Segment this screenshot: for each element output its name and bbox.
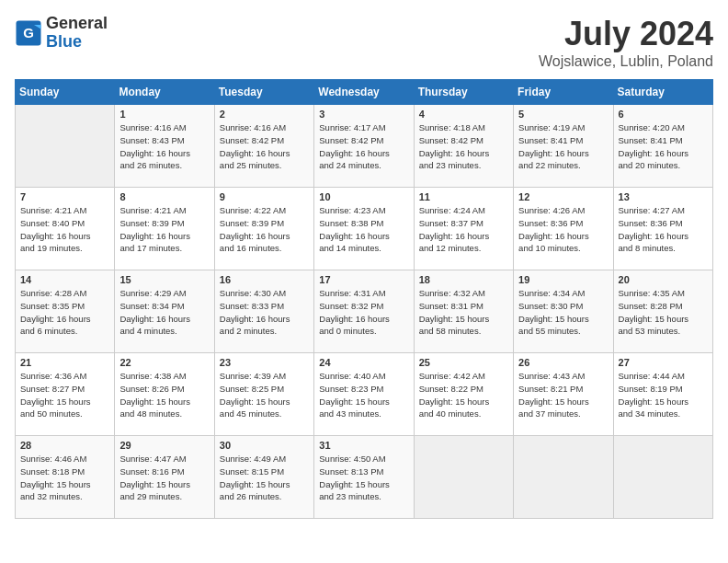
calendar-cell: 19Sunrise: 4:34 AMSunset: 8:30 PMDayligh… [514, 270, 613, 353]
calendar-cell: 28Sunrise: 4:46 AMSunset: 8:18 PMDayligh… [16, 436, 115, 519]
day-info: Sunrise: 4:31 AMSunset: 8:32 PMDaylight:… [319, 287, 408, 338]
day-info: Sunrise: 4:17 AMSunset: 8:42 PMDaylight:… [319, 121, 408, 172]
weekday-header: Monday [115, 80, 214, 105]
day-number: 28 [20, 440, 109, 451]
day-number: 10 [319, 191, 408, 202]
day-number: 7 [20, 191, 109, 202]
day-number: 27 [619, 357, 708, 368]
logo-icon: G [15, 19, 42, 47]
calendar-cell: 12Sunrise: 4:26 AMSunset: 8:36 PMDayligh… [514, 188, 613, 270]
weekday-header: Friday [514, 80, 613, 105]
calendar-week-row: 21Sunrise: 4:36 AMSunset: 8:27 PMDayligh… [16, 353, 713, 436]
day-number: 26 [518, 357, 608, 368]
day-number: 15 [119, 274, 209, 285]
calendar-cell: 20Sunrise: 4:35 AMSunset: 8:28 PMDayligh… [613, 270, 712, 353]
day-info: Sunrise: 4:22 AMSunset: 8:39 PMDaylight:… [220, 204, 309, 255]
day-number: 23 [220, 357, 309, 368]
weekday-header: Sunday [16, 80, 115, 105]
day-info: Sunrise: 4:39 AMSunset: 8:25 PMDaylight:… [220, 370, 309, 420]
calendar-cell: 31Sunrise: 4:50 AMSunset: 8:13 PMDayligh… [314, 436, 414, 519]
month-title: July 2024 [539, 15, 713, 53]
day-info: Sunrise: 4:16 AMSunset: 8:42 PMDaylight:… [220, 121, 309, 172]
day-number: 11 [419, 191, 508, 202]
day-info: Sunrise: 4:20 AMSunset: 8:41 PMDaylight:… [619, 121, 708, 172]
weekday-header: Thursday [414, 80, 513, 105]
day-number: 18 [419, 274, 508, 285]
calendar-cell: 2Sunrise: 4:16 AMSunset: 8:42 PMDaylight… [214, 105, 313, 188]
day-info: Sunrise: 4:30 AMSunset: 8:33 PMDaylight:… [220, 287, 309, 338]
day-info: Sunrise: 4:18 AMSunset: 8:42 PMDaylight:… [419, 121, 508, 172]
day-info: Sunrise: 4:19 AMSunset: 8:41 PMDaylight:… [518, 121, 608, 172]
day-info: Sunrise: 4:43 AMSunset: 8:21 PMDaylight:… [518, 370, 608, 420]
day-number: 5 [518, 109, 608, 120]
page-header: G General Blue July 2024 Wojslawice, Lub… [15, 15, 713, 70]
calendar-cell: 13Sunrise: 4:27 AMSunset: 8:36 PMDayligh… [613, 188, 712, 270]
day-number: 25 [419, 357, 508, 368]
day-info: Sunrise: 4:32 AMSunset: 8:31 PMDaylight:… [419, 287, 508, 338]
calendar-week-row: 7Sunrise: 4:21 AMSunset: 8:40 PMDaylight… [16, 188, 713, 270]
day-number: 4 [419, 109, 508, 120]
title-block: July 2024 Wojslawice, Lublin, Poland [539, 15, 713, 70]
calendar-week-row: 14Sunrise: 4:28 AMSunset: 8:35 PMDayligh… [16, 270, 713, 353]
day-info: Sunrise: 4:50 AMSunset: 8:13 PMDaylight:… [319, 453, 408, 503]
calendar-cell [613, 436, 712, 519]
calendar-cell: 29Sunrise: 4:47 AMSunset: 8:16 PMDayligh… [115, 436, 214, 519]
calendar-week-row: 1Sunrise: 4:16 AMSunset: 8:43 PMDaylight… [16, 105, 713, 188]
day-number: 30 [220, 440, 309, 451]
calendar-cell: 7Sunrise: 4:21 AMSunset: 8:40 PMDaylight… [16, 188, 115, 270]
day-number: 2 [220, 109, 309, 120]
day-number: 21 [20, 357, 109, 368]
header-row: SundayMondayTuesdayWednesdayThursdayFrid… [16, 80, 713, 105]
day-info: Sunrise: 4:29 AMSunset: 8:34 PMDaylight:… [119, 287, 209, 338]
calendar-cell: 17Sunrise: 4:31 AMSunset: 8:32 PMDayligh… [314, 270, 414, 353]
day-number: 13 [619, 191, 708, 202]
calendar-cell: 26Sunrise: 4:43 AMSunset: 8:21 PMDayligh… [514, 353, 613, 436]
calendar-cell: 8Sunrise: 4:21 AMSunset: 8:39 PMDaylight… [115, 188, 214, 270]
day-info: Sunrise: 4:49 AMSunset: 8:15 PMDaylight:… [220, 453, 309, 503]
day-info: Sunrise: 4:21 AMSunset: 8:39 PMDaylight:… [119, 204, 209, 255]
day-number: 12 [518, 191, 608, 202]
calendar-cell: 21Sunrise: 4:36 AMSunset: 8:27 PMDayligh… [16, 353, 115, 436]
calendar-cell: 18Sunrise: 4:32 AMSunset: 8:31 PMDayligh… [414, 270, 513, 353]
day-info: Sunrise: 4:36 AMSunset: 8:27 PMDaylight:… [20, 370, 109, 420]
weekday-header: Wednesday [314, 80, 414, 105]
day-info: Sunrise: 4:16 AMSunset: 8:43 PMDaylight:… [119, 121, 209, 172]
weekday-header: Saturday [613, 80, 712, 105]
calendar-cell: 24Sunrise: 4:40 AMSunset: 8:23 PMDayligh… [314, 353, 414, 436]
day-number: 8 [119, 191, 209, 202]
calendar-cell: 25Sunrise: 4:42 AMSunset: 8:22 PMDayligh… [414, 353, 513, 436]
day-number: 14 [20, 274, 109, 285]
day-info: Sunrise: 4:47 AMSunset: 8:16 PMDaylight:… [119, 453, 209, 503]
day-number: 31 [319, 440, 408, 451]
day-number: 6 [619, 109, 708, 120]
svg-text:G: G [23, 24, 34, 40]
calendar-cell: 14Sunrise: 4:28 AMSunset: 8:35 PMDayligh… [16, 270, 115, 353]
calendar-cell: 6Sunrise: 4:20 AMSunset: 8:41 PMDaylight… [613, 105, 712, 188]
day-info: Sunrise: 4:46 AMSunset: 8:18 PMDaylight:… [20, 453, 109, 503]
location: Wojslawice, Lublin, Poland [539, 53, 713, 70]
day-number: 24 [319, 357, 408, 368]
day-info: Sunrise: 4:40 AMSunset: 8:23 PMDaylight:… [319, 370, 408, 420]
calendar-cell: 4Sunrise: 4:18 AMSunset: 8:42 PMDaylight… [414, 105, 513, 188]
calendar-cell [16, 105, 115, 188]
day-info: Sunrise: 4:27 AMSunset: 8:36 PMDaylight:… [619, 204, 708, 255]
day-info: Sunrise: 4:38 AMSunset: 8:26 PMDaylight:… [119, 370, 209, 420]
calendar-cell: 10Sunrise: 4:23 AMSunset: 8:38 PMDayligh… [314, 188, 414, 270]
calendar-cell: 27Sunrise: 4:44 AMSunset: 8:19 PMDayligh… [613, 353, 712, 436]
day-info: Sunrise: 4:42 AMSunset: 8:22 PMDaylight:… [419, 370, 508, 420]
calendar-cell: 3Sunrise: 4:17 AMSunset: 8:42 PMDaylight… [314, 105, 414, 188]
day-number: 16 [220, 274, 309, 285]
day-info: Sunrise: 4:44 AMSunset: 8:19 PMDaylight:… [619, 370, 708, 420]
day-number: 19 [518, 274, 608, 285]
calendar-cell: 1Sunrise: 4:16 AMSunset: 8:43 PMDaylight… [115, 105, 214, 188]
day-number: 20 [619, 274, 708, 285]
calendar-cell: 5Sunrise: 4:19 AMSunset: 8:41 PMDaylight… [514, 105, 613, 188]
day-info: Sunrise: 4:28 AMSunset: 8:35 PMDaylight:… [20, 287, 109, 338]
calendar-cell: 16Sunrise: 4:30 AMSunset: 8:33 PMDayligh… [214, 270, 313, 353]
day-info: Sunrise: 4:23 AMSunset: 8:38 PMDaylight:… [319, 204, 408, 255]
day-number: 9 [220, 191, 309, 202]
day-info: Sunrise: 4:24 AMSunset: 8:37 PMDaylight:… [419, 204, 508, 255]
calendar-cell: 11Sunrise: 4:24 AMSunset: 8:37 PMDayligh… [414, 188, 513, 270]
day-number: 17 [319, 274, 408, 285]
calendar-cell: 15Sunrise: 4:29 AMSunset: 8:34 PMDayligh… [115, 270, 214, 353]
